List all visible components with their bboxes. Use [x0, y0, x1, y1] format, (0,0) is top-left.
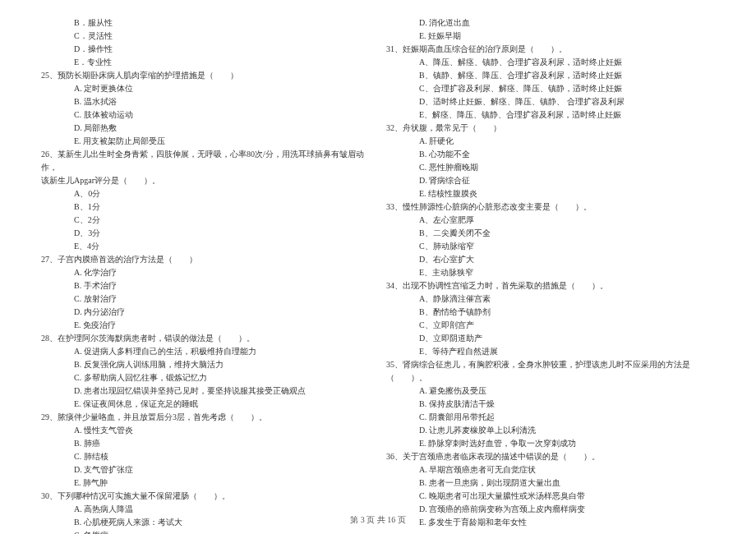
q28-option-e: E. 保证夜间休息，保证充足的睡眠 — [41, 398, 370, 411]
q25-option-d: D. 局部热敷 — [41, 122, 370, 135]
left-column: B．服从性 C．灵活性 D．操作性 E．专业性 25、预防长期卧床病人肌肉挛缩的… — [33, 16, 378, 476]
q29-text: 29、脓痰伴少量咯血，并且放置后分3层，首先考虑（ ）。 — [41, 411, 370, 424]
q28-option-c: C. 多帮助病人回忆往事，锻炼记忆力 — [41, 371, 370, 384]
q26-option-b: B、1分 — [41, 200, 370, 214]
q32-option-a: A. 肝硬化 — [386, 135, 715, 148]
q24-option-c: C．灵活性 — [41, 30, 370, 43]
q35-option-c: C. 阴囊部用吊带托起 — [386, 411, 715, 424]
q29-option-b: B. 肺癌 — [41, 437, 370, 450]
page-footer: 第 3 页 共 16 页 — [0, 514, 756, 526]
q31-option-d: D、适时终止妊娠、解痉、降压、镇静、 合理扩容及利尿 — [386, 95, 715, 108]
q29-option-c: C. 肺结核 — [41, 450, 370, 463]
q34-option-e: E、等待产程自然进展 — [386, 345, 715, 358]
right-column: D. 消化道出血 E. 妊娠早期 31、妊娠期高血压综合征的治疗原则是（ ）。 … — [378, 16, 723, 476]
q33-option-a: A、左心室肥厚 — [386, 214, 715, 227]
q31-text: 31、妊娠期高血压综合征的治疗原则是（ ）。 — [386, 43, 715, 56]
q30-option-e: E. 妊娠早期 — [386, 30, 715, 43]
page-container: B．服从性 C．灵活性 D．操作性 E．专业性 25、预防长期卧床病人肌肉挛缩的… — [0, 0, 756, 501]
q25-option-c: C. 肢体被动运动 — [41, 108, 370, 122]
q34-option-d: D、立即阴道助产 — [386, 332, 715, 345]
q27-option-c: C. 放射治疗 — [41, 292, 370, 306]
q30-text: 30、下列哪种情况可实施大量不保留灌肠（ ）。 — [41, 490, 370, 503]
q34-text: 34、出现不协调性宫缩乏力时，首先采取的措施是（ ）。 — [386, 279, 715, 292]
q28-option-b: B. 反复强化病人训练用脑，维持大脑活力 — [41, 358, 370, 371]
q24-option-d: D．操作性 — [41, 43, 370, 56]
q26-option-c: C、2分 — [41, 214, 370, 227]
q35-option-a: A. 避免擦伤及受压 — [386, 384, 715, 398]
q33-option-c: C、肺动脉缩窄 — [386, 240, 715, 253]
q35-option-e: E. 静脉穿刺时选好血管，争取一次穿刺成功 — [386, 437, 715, 450]
q35-option-d: D. 让患儿荞麦橡胶单上以利清洗 — [386, 424, 715, 437]
q36-option-b: B. 患者一旦患病，则出现阴道大量出血 — [386, 476, 715, 490]
q26-option-d: D、3分 — [41, 227, 370, 240]
q30-option-d: D. 消化道出血 — [386, 16, 715, 30]
q33-option-e: E、主动脉狭窄 — [386, 266, 715, 279]
q29-option-e: E. 肺气肿 — [41, 476, 370, 490]
q27-text: 27、子宫内膜癌首选的治疗方法是（ ） — [41, 253, 370, 266]
q35-text: 35、肾病综合征患儿，有胸腔积液，全身水肿较重，护理该患儿时不应采用的方法是（ … — [386, 358, 715, 384]
q32-option-d: D. 肾病综合征 — [386, 174, 715, 187]
q34-option-c: C、立即剖宫产 — [386, 319, 715, 332]
q35-option-b: B. 保持皮肤清洁干燥 — [386, 398, 715, 411]
q34-option-b: B、酌情给予镇静剂 — [386, 306, 715, 319]
q29-option-d: D. 支气管扩张症 — [41, 463, 370, 476]
q33-option-d: D、右心室扩大 — [386, 253, 715, 266]
q32-option-e: E. 结核性腹膜炎 — [386, 187, 715, 200]
q31-option-b: B、镇静、解痉、降压、合理扩容及利尿，适时终止妊娠 — [386, 69, 715, 82]
q32-option-c: C. 恶性肿瘤晚期 — [386, 161, 715, 174]
q33-text: 33、慢性肺源性心脏病的心脏形态改变主要是（ ）。 — [386, 200, 715, 214]
q31-option-a: A、降压、解痉、镇静、合理扩容及利尿，适时终止妊娠 — [386, 56, 715, 69]
q27-option-b: B. 手术治疗 — [41, 279, 370, 292]
q28-option-d: D. 患者出现回忆错误并坚持己见时，要坚持说服其接受正确观点 — [41, 384, 370, 398]
q32-text: 32、舟状腹，最常见于（ ） — [386, 122, 715, 135]
q36-option-a: A. 早期宫颈癌患者可无自觉症状 — [386, 463, 715, 476]
q36-text: 36、关于宫颈癌患者临床表现的描述中错误的是（ ）。 — [386, 450, 715, 463]
q31-option-c: C、合理扩容及利尿、解痉、降压、镇静，适时终止妊娠 — [386, 82, 715, 95]
q26-option-e: E、4分 — [41, 240, 370, 253]
q33-option-b: B、二尖瓣关闭不全 — [386, 227, 715, 240]
q29-option-a: A. 慢性支气管炎 — [41, 424, 370, 437]
q27-option-d: D. 内分泌治疗 — [41, 306, 370, 319]
q25-option-a: A. 定时更换体位 — [41, 82, 370, 95]
q27-option-e: E. 免疫治疗 — [41, 319, 370, 332]
q26-text: 26、某新生儿出生时全身青紫，四肢伸展，无呼吸，心率80次/分，用洗耳球插鼻有皱… — [41, 148, 370, 174]
q25-option-e: E. 用支被架防止局部受压 — [41, 135, 370, 148]
q30-option-c: C. 急腹症 — [41, 529, 370, 534]
q24-option-b: B．服从性 — [41, 16, 370, 30]
q34-option-a: A、静脉滴注催宫素 — [386, 292, 715, 306]
q28-option-a: A. 促进病人多料理自己的生活，积极维持自理能力 — [41, 345, 370, 358]
q32-option-b: B. 心功能不全 — [386, 148, 715, 161]
q31-option-e: E、解痉、降压、镇静、合理扩容及利尿，适时终止妊娠 — [386, 108, 715, 122]
q24-option-e: E．专业性 — [41, 56, 370, 69]
q25-text: 25、预防长期卧床病人肌肉挛缩的护理措施是（ ） — [41, 69, 370, 82]
q26-text2: 该新生儿Apgar评分是（ ）。 — [41, 174, 370, 187]
q27-option-a: A. 化学治疗 — [41, 266, 370, 279]
q26-option-a: A、0分 — [41, 187, 370, 200]
q28-text: 28、在护理阿尔茨海默病患者时，错误的做法是（ ）。 — [41, 332, 370, 345]
q36-option-c: C. 晚期患者可出现大量膿性或米汤样恶臭白带 — [386, 490, 715, 503]
q25-option-b: B. 温水拭浴 — [41, 95, 370, 108]
